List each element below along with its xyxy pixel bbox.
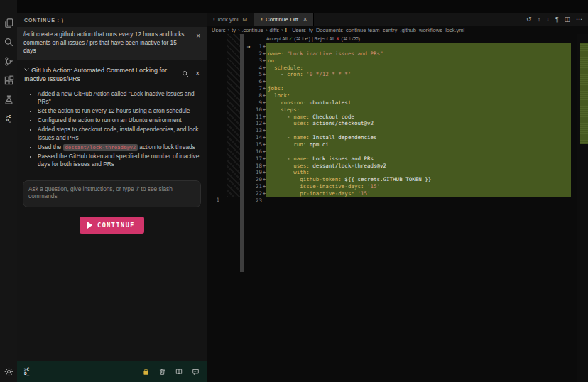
code-lines[interactable]: →1+2+name: "Lock inactive issues and PRs… — [244, 43, 571, 204]
code-line: 2+name: "Lock inactive issues and PRs" — [244, 50, 571, 58]
breadcrumb-separator: › — [281, 27, 283, 33]
check-icon: ✓ — [289, 36, 293, 41]
code-line: 15+ run: npm ci — [244, 141, 571, 148]
breadcrumb-separator: › — [266, 27, 268, 33]
prompt-message: /edit create a github action that runs e… — [17, 27, 207, 60]
next-change-icon[interactable]: ↓ — [546, 13, 550, 26]
accept-all-link[interactable]: Accept All — [266, 36, 288, 41]
modified-pane: Accept All ✓ (⌘⇧↵) | Reject All ✗ (⌘⇧⌫) … — [244, 34, 571, 204]
bullet-item: Passed the GitHub token and specified th… — [38, 153, 200, 169]
code-line: 5+ - cron: '0 */12 * * *' — [244, 71, 571, 78]
code-line: 10+ steps: — [244, 107, 571, 114]
activity-bar: >C D_ — [0, 0, 17, 382]
yaml-file-icon: ! — [285, 27, 288, 33]
code-line: 18+ uses: dessant/lock-threads@v2 — [244, 163, 571, 170]
code-line: 12+ uses: actions/checkout@v2 — [244, 120, 571, 127]
bullet-item: Used the dessant/lock-threads@v2 action … — [38, 143, 200, 152]
original-line-number: 1 — [207, 197, 219, 204]
editor-actions: ↺ ↑ ↓ ¶ ◫ ⋯ — [526, 13, 582, 26]
continue-button-label: CONTINUE — [97, 222, 135, 229]
accept-shortcut: (⌘⇧↵) — [294, 36, 310, 41]
bullet-item: Set the action to run every 12 hours usi… — [38, 107, 200, 116]
bullet-list: Added a new GitHub Action called "Lock i… — [24, 90, 200, 169]
previous-change-icon[interactable]: ↑ — [538, 13, 541, 26]
code-line: 19+ with: — [244, 169, 571, 176]
minimap-added-block — [580, 43, 588, 144]
yaml-file-icon: ! — [261, 16, 263, 23]
vscode-window: >C D_ CONTINUE : ) /edit create a github… — [0, 0, 588, 382]
bullet-item: Configured the action to run on an Ubunt… — [38, 116, 200, 125]
text-cursor — [222, 197, 222, 203]
tab-close-icon[interactable]: × — [303, 16, 307, 23]
continue-extension-icon[interactable]: >C D_ — [3, 113, 14, 124]
code-line: 3+on: — [244, 58, 571, 65]
play-icon — [87, 222, 92, 229]
tab-continue-diff[interactable]: ! Continue Diff × — [254, 13, 314, 26]
prompt-close-icon[interactable]: × — [196, 33, 200, 40]
magnifier-icon[interactable] — [182, 67, 189, 80]
code-line: 7+jobs: — [244, 85, 571, 92]
code-line: →1+ — [244, 43, 571, 50]
whitespace-toggle-icon[interactable]: ¶ — [555, 13, 559, 26]
breadcrumb-separator: › — [238, 27, 240, 33]
tab-lock-yml[interactable]: ! lock.yml M — [207, 13, 254, 26]
code-line: 6+ — [244, 78, 571, 85]
search-icon[interactable] — [3, 36, 14, 48]
trash-icon[interactable] — [158, 368, 166, 376]
code-line: 16+ — [244, 148, 571, 155]
book-icon[interactable] — [175, 368, 183, 376]
tab-label: lock.yml — [218, 16, 239, 23]
code-line: 20+ github-token: ${{ secrets.GITHUB_TOK… — [244, 176, 571, 183]
breadcrumb-item[interactable]: Users — [212, 27, 226, 33]
diff-editor: 1 Accept All ✓ (⌘⇧↵) | Reject All ✗ (⌘⇧⌫… — [207, 34, 588, 382]
code-line: 9+ runs-on: ubuntu-latest — [244, 99, 571, 107]
reject-shortcut: (⌘⇧⌫) — [341, 36, 360, 41]
extensions-icon[interactable] — [3, 75, 14, 86]
discard-icon[interactable]: ↺ — [526, 13, 532, 26]
tab-bar: ! lock.yml M ! Continue Diff × ↺ ↑ ↓ ¶ ◫… — [207, 13, 588, 26]
panel-title: CONTINUE : ) — [17, 13, 207, 27]
continue-button[interactable]: CONTINUE — [80, 217, 144, 234]
tab-label: Continue Diff — [266, 16, 298, 23]
continue-panel: CONTINUE : ) /edit create a github actio… — [17, 13, 207, 361]
response-section: GitHub Action: Automated Comment Locking… — [17, 60, 207, 169]
modified-badge: M — [243, 16, 248, 23]
breadcrumb-file[interactable]: _Users_ty_Documents_continue-team_sentry… — [289, 27, 464, 33]
code-line: 4+ schedule: — [244, 65, 571, 72]
breadcrumb-separator: › — [228, 27, 230, 33]
section-close-icon[interactable]: × — [195, 70, 200, 77]
code-line: 8+ lock: — [244, 92, 571, 99]
breadcrumb: Users › ty › .continue › diffs › ! _User… — [207, 26, 588, 34]
comment-icon[interactable] — [192, 368, 200, 376]
panel-footer: >C D_ — [17, 361, 207, 382]
yaml-file-icon: ! — [213, 16, 215, 23]
ask-input[interactable] — [23, 180, 201, 207]
code-line: 14+ - name: Install dependencies — [244, 134, 571, 141]
code-line: 13+ — [244, 127, 571, 134]
settings-gear-icon[interactable] — [3, 366, 14, 377]
code-line: 17+ - name: Lock issues and PRs — [244, 155, 571, 163]
response-section-title: GitHub Action: Automated Comment Locking… — [24, 65, 200, 84]
code-line: 11+ - name: Checkout code — [244, 114, 571, 121]
lock-icon[interactable] — [142, 368, 150, 376]
explorer-icon[interactable] — [3, 17, 14, 28]
breadcrumb-item[interactable]: diffs — [269, 27, 279, 33]
breadcrumb-item[interactable]: .continue — [241, 27, 263, 33]
chevron-down-icon[interactable] — [24, 65, 29, 75]
diff-codelens: Accept All ✓ (⌘⇧↵) | Reject All ✗ (⌘⇧⌫) — [244, 34, 571, 43]
minimap[interactable] — [577, 34, 588, 382]
code-line: 23 — [244, 197, 571, 204]
continue-logo: >C D_ — [24, 367, 29, 376]
source-control-icon[interactable] — [3, 55, 14, 67]
more-actions-icon[interactable]: ⋯ — [576, 13, 582, 26]
diff-inserted-placeholder — [227, 34, 240, 197]
split-editor-icon[interactable]: ◫ — [564, 13, 570, 26]
editor-group: ! lock.yml M ! Continue Diff × ↺ ↑ ↓ ¶ ◫… — [207, 13, 588, 382]
breadcrumb-item[interactable]: ty — [232, 27, 236, 33]
x-icon: ✗ — [336, 36, 340, 41]
code-line: 22+ pr-inactive-days: '15' — [244, 190, 571, 197]
reject-all-link[interactable]: Reject All — [315, 36, 334, 41]
bullet-item: Added steps to checkout code, install de… — [38, 126, 200, 142]
testing-flask-icon[interactable] — [3, 94, 14, 105]
codelens-divider: | — [312, 36, 313, 41]
